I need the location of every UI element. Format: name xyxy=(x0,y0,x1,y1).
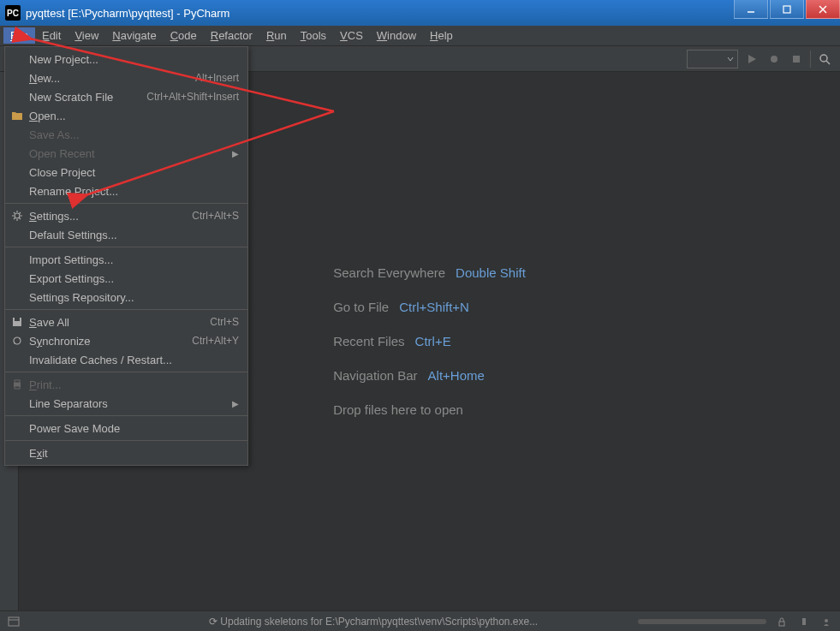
file-menu-line-separators[interactable]: Line Separators▶ xyxy=(5,394,247,413)
menu-item-label: Synchronize xyxy=(29,335,91,348)
save-icon xyxy=(10,315,24,329)
svg-rect-26 xyxy=(15,386,20,389)
tip-label: Navigation Bar xyxy=(333,359,417,393)
menu-item-label: Import Settings... xyxy=(29,253,113,266)
menu-separator xyxy=(5,203,247,204)
menu-run[interactable]: Run xyxy=(259,27,294,44)
menu-view[interactable]: View xyxy=(68,27,105,44)
menu-file[interactable]: File xyxy=(3,27,35,44)
svg-line-7 xyxy=(826,61,830,64)
file-menu-export-settings[interactable]: Export Settings... xyxy=(5,269,247,288)
menu-item-label: Rename Project... xyxy=(29,185,118,198)
menu-separator xyxy=(5,247,247,247)
file-menu-save-all[interactable]: Save AllCtrl+S xyxy=(5,313,247,331)
toolbar-divider xyxy=(810,51,811,68)
menu-item-label: Open Recent xyxy=(29,147,95,160)
tip-shortcut: Ctrl+E xyxy=(415,324,451,359)
gear-icon xyxy=(10,209,24,223)
file-menu-close-project[interactable]: Close Project xyxy=(5,163,247,182)
lock-icon[interactable] xyxy=(775,615,789,628)
menu-navigate[interactable]: Navigate xyxy=(105,27,163,44)
tip-row: Recent FilesCtrl+E xyxy=(333,324,526,359)
file-menu-save-as: Save As... xyxy=(5,125,247,144)
minimize-button[interactable] xyxy=(734,0,768,19)
tip-shortcut: Alt+Home xyxy=(428,359,485,393)
menu-item-label: Power Save Mode xyxy=(29,422,120,435)
menu-item-label: Default Settings... xyxy=(29,229,117,241)
menu-separator xyxy=(5,372,247,372)
stop-button[interactable] xyxy=(788,51,805,68)
menu-item-label: Print... xyxy=(29,378,62,391)
close-button[interactable] xyxy=(806,0,840,19)
menu-item-shortcut: Ctrl+Alt+Y xyxy=(192,335,239,347)
svg-line-19 xyxy=(20,218,21,220)
run-button[interactable] xyxy=(743,51,760,68)
file-menu-settings[interactable]: Settings...Ctrl+Alt+S xyxy=(5,206,247,225)
file-menu-power-save-mode[interactable]: Power Save Mode xyxy=(5,419,247,438)
menu-item-shortcut: Ctrl+Alt+Shift+Insert xyxy=(146,91,239,103)
submenu-arrow-icon: ▶ xyxy=(232,149,239,158)
menu-item-label: New Project... xyxy=(29,53,98,66)
menu-separator xyxy=(5,309,247,310)
svg-point-6 xyxy=(820,55,827,62)
menu-item-label: Close Project xyxy=(29,166,95,179)
menu-edit[interactable]: Edit xyxy=(35,27,68,44)
status-bar: ⟳ Updating skeletons for E:\Pycharm\pyqt… xyxy=(0,610,840,631)
print-icon xyxy=(10,378,24,391)
menu-item-shortcut: Ctrl+S xyxy=(210,316,239,328)
menu-item-label: Line Separators xyxy=(29,397,108,410)
file-menu-settings-repository[interactable]: Settings Repository... xyxy=(5,288,247,307)
file-menu-dropdown: New Project...New...Alt+InsertNew Scratc… xyxy=(4,46,248,466)
svg-rect-25 xyxy=(15,380,20,383)
tip-row: Go to FileCtrl+Shift+N xyxy=(333,290,526,324)
memory-icon[interactable] xyxy=(797,615,811,628)
menu-item-label: Save As... xyxy=(29,128,80,141)
file-menu-open[interactable]: Open... xyxy=(5,106,247,125)
tool-window-icon[interactable] xyxy=(7,615,21,628)
sync-icon xyxy=(10,334,24,348)
svg-rect-5 xyxy=(793,56,800,63)
run-config-dropdown[interactable] xyxy=(687,50,738,68)
menu-vcs[interactable]: VCS xyxy=(333,27,370,44)
window-title: pyqttest [E:\Pycharm\pyqttest] - PyCharm xyxy=(26,7,732,20)
progress-bar[interactable] xyxy=(638,619,766,624)
menu-tools[interactable]: Tools xyxy=(294,27,333,44)
file-menu-new-project[interactable]: New Project... xyxy=(5,50,247,68)
menu-window[interactable]: Window xyxy=(370,27,423,44)
file-menu-new-scratch-file[interactable]: New Scratch FileCtrl+Alt+Shift+Insert xyxy=(5,87,247,106)
file-menu-synchronize[interactable]: SynchronizeCtrl+Alt+Y xyxy=(5,331,247,350)
svg-rect-11 xyxy=(802,618,806,625)
window-controls xyxy=(732,0,840,26)
debug-button[interactable] xyxy=(766,51,783,68)
menu-help[interactable]: Help xyxy=(423,27,460,44)
svg-rect-23 xyxy=(15,318,20,321)
file-menu-invalidate-caches-restart[interactable]: Invalidate Caches / Restart... xyxy=(5,350,247,369)
file-menu-new[interactable]: New...Alt+Insert xyxy=(5,68,247,87)
menu-item-label: New... xyxy=(29,72,60,85)
svg-rect-1 xyxy=(783,6,790,13)
tip-shortcut: Ctrl+Shift+N xyxy=(399,290,469,324)
loading-icon: ⟳ xyxy=(209,616,220,628)
menu-refactor[interactable]: Refactor xyxy=(204,27,259,44)
status-text: ⟳ Updating skeletons for E:\Pycharm\pyqt… xyxy=(209,616,629,628)
submenu-arrow-icon: ▶ xyxy=(232,399,239,408)
search-button[interactable] xyxy=(816,51,833,68)
menu-code[interactable]: Code xyxy=(164,27,204,44)
svg-line-18 xyxy=(14,212,15,214)
title-bar: PC pyqttest [E:\Pycharm\pyqttest] - PyCh… xyxy=(0,0,840,26)
file-menu-open-recent: Open Recent▶ xyxy=(5,144,247,163)
svg-point-13 xyxy=(15,213,20,218)
tip-label: Go to File xyxy=(333,290,389,324)
tip-row: Navigation BarAlt+Home xyxy=(333,359,526,393)
tip-row: Drop files here to open xyxy=(333,393,526,427)
tip-label: Drop files here to open xyxy=(333,393,463,427)
file-menu-import-settings[interactable]: Import Settings... xyxy=(5,250,247,269)
file-menu-rename-project[interactable]: Rename Project... xyxy=(5,182,247,200)
hector-icon[interactable] xyxy=(819,615,833,628)
file-menu-default-settings[interactable]: Default Settings... xyxy=(5,225,247,244)
menu-bar: FileEditViewNavigateCodeRefactorRunTools… xyxy=(0,26,840,46)
maximize-button[interactable] xyxy=(770,0,804,19)
menu-item-shortcut: Ctrl+Alt+S xyxy=(192,210,239,222)
file-menu-exit[interactable]: Exit xyxy=(5,443,247,462)
menu-item-label: Exit xyxy=(29,447,48,460)
